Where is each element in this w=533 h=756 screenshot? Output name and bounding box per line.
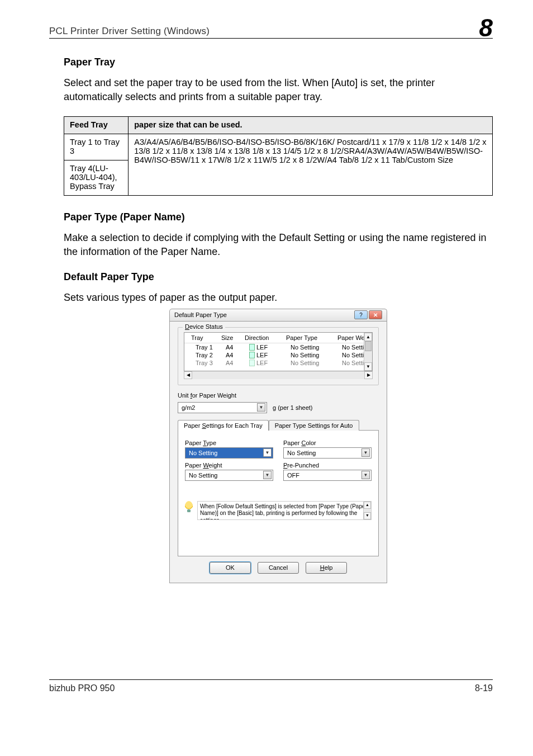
footer-left: bizhub PRO 950 [49, 683, 115, 693]
help-hint-button[interactable]: ? [354, 310, 368, 319]
col-direction: Direction [245, 334, 286, 341]
cancel-button[interactable]: Cancel [258, 562, 299, 574]
pre-punched-select[interactable]: OFF ▼ [283, 470, 372, 481]
scroll-down-icon[interactable]: ▼ [364, 362, 372, 371]
unit-select[interactable]: g/m2 ▼ [178, 402, 267, 413]
chevron-down-icon: ▼ [257, 403, 265, 412]
cell-feed-tray: Tray 1 to Tray 3 [64, 134, 129, 160]
heading-paper-tray: Paper Tray [64, 56, 493, 68]
heading-paper-type: Paper Type (Paper Name) [64, 211, 493, 223]
lef-icon [249, 352, 255, 358]
paper-color-select[interactable]: No Setting ▼ [283, 447, 372, 459]
cell-tray: Tray 2 [196, 352, 226, 358]
footer-right: 8-19 [475, 683, 493, 693]
cell-sizes: A3/A4/A5/A6/B4/B5/B6/ISO-B4/ISO-B5/ISO-B… [129, 134, 493, 195]
dialog-default-paper-type: Default Paper Type ? ✕ Device Status Tra… [169, 309, 387, 583]
text-paper-tray: Select and set the paper tray to be used… [64, 76, 493, 104]
page-header: PCL Printer Driver Setting (Windows) 8 [49, 15, 493, 39]
group-device-status: Device Status Tray Size Direction Paper … [178, 327, 379, 385]
cell-sizes-line1: A3/A4/A5/A6/B4/B5/B6/ISO-B4/ISO-B5/ISO-B… [134, 138, 335, 147]
table-row: Tray 1 to Tray 3 A3/A4/A5/A6/B4/B5/B6/IS… [64, 134, 493, 160]
tab-paper-type-auto[interactable]: Paper Type Settings for Auto [269, 420, 359, 431]
chevron-down-icon: ▼ [361, 471, 370, 479]
scroll-down-icon[interactable]: ▼ [364, 512, 371, 519]
page-footer: bizhub PRO 950 8-19 [49, 679, 493, 693]
unit-value: g/m2 [182, 404, 195, 411]
unit-suffix: g (per 1 sheet) [273, 404, 313, 411]
device-status-list[interactable]: Tray Size Direction Paper Type Paper Wei… [184, 332, 373, 371]
cell-size: A4 [226, 352, 249, 358]
cell-feed-tray: Tray 4(LU-403/LU-404), Bypass Tray [64, 160, 129, 195]
lef-icon [249, 344, 255, 351]
pre-punched-value: OFF [287, 472, 299, 479]
table-row[interactable]: Tray 1 A4 LEF No Setting No Setting [184, 343, 372, 351]
scroll-thumb[interactable] [365, 341, 372, 351]
cell-size: A4 [226, 344, 249, 351]
th-feed-tray: Feed Tray [64, 116, 129, 134]
cell-tray: Tray 3 [196, 360, 226, 366]
col-tray: Tray [191, 334, 221, 341]
cell-tray: Tray 1 [196, 344, 226, 351]
chevron-down-icon: ▼ [263, 448, 272, 457]
paper-color-value: No Setting [287, 450, 316, 456]
paper-type-value: No Setting [189, 450, 217, 456]
hint-text: When [Follow Default Settings] is select… [200, 503, 367, 520]
tab-panel: Paper Type No Setting ▼ Paper Weight No … [178, 430, 379, 556]
cell-dir: LEF [249, 360, 291, 366]
cell-dir: LEF [249, 344, 291, 351]
cell-ptype: No Setting [291, 344, 342, 351]
text-paper-type: Make a selection to decide if complying … [64, 231, 493, 259]
feed-tray-table: Feed Tray paper size that can be used. T… [64, 116, 493, 196]
label-unit: Unit for Paper Weight [178, 392, 379, 399]
cell-dir: LEF [249, 352, 291, 358]
chevron-down-icon: ▼ [361, 448, 370, 457]
horizontal-scrollbar[interactable]: ◀ ▶ [184, 371, 373, 379]
label-paper-weight: Paper Weight [185, 462, 273, 469]
ok-button[interactable]: OK [210, 562, 251, 574]
scroll-right-icon[interactable]: ▶ [364, 371, 373, 379]
close-button[interactable]: ✕ [369, 310, 382, 319]
help-button[interactable]: Help [306, 562, 347, 574]
table-row[interactable]: Tray 2 A4 LEF No Setting No Setting [184, 351, 372, 359]
cell-ptype: No Setting [291, 360, 342, 366]
label-paper-type: Paper Type [185, 440, 273, 446]
col-paper-type: Paper Type [286, 334, 337, 341]
chevron-down-icon: ▼ [263, 471, 272, 479]
header-left: PCL Printer Driver Setting (Windows) [49, 26, 210, 37]
heading-default-paper-type: Default Paper Type [64, 271, 493, 283]
table-row[interactable]: Tray 3 A4 LEF No Setting No Setting [184, 359, 372, 367]
label-paper-color: Paper Color [283, 440, 372, 446]
dialog-title: Default Paper Type [174, 311, 227, 318]
paper-weight-select[interactable]: No Setting ▼ [185, 470, 273, 481]
cell-size: A4 [226, 360, 249, 366]
col-size: Size [221, 334, 245, 341]
tab-paper-settings-each-tray[interactable]: Paper Settings for Each Tray [178, 420, 269, 431]
text-default-paper-type: Sets various types of paper as the outpu… [64, 291, 493, 305]
scroll-up-icon[interactable]: ▲ [364, 333, 372, 341]
header-chapter-number: 8 [479, 17, 493, 39]
group-label: Device Status [183, 323, 225, 330]
scroll-up-icon[interactable]: ▲ [364, 502, 371, 509]
th-paper-size: paper size that can be used. [129, 116, 493, 134]
paper-type-select[interactable]: No Setting ▼ [185, 447, 273, 459]
vertical-scrollbar[interactable]: ▲ ▼ [364, 333, 372, 371]
scroll-left-icon[interactable]: ◀ [184, 371, 192, 379]
lightbulb-icon [185, 501, 193, 511]
cell-ptype: No Setting [291, 352, 342, 358]
lef-icon [249, 360, 255, 366]
paper-weight-value: No Setting [189, 472, 217, 479]
label-pre-punched: Pre-Punched [283, 462, 372, 469]
hint-scrollbar[interactable]: ▲ ▼ [363, 502, 371, 519]
hint-text-box: When [Follow Default Settings] is select… [197, 501, 372, 520]
